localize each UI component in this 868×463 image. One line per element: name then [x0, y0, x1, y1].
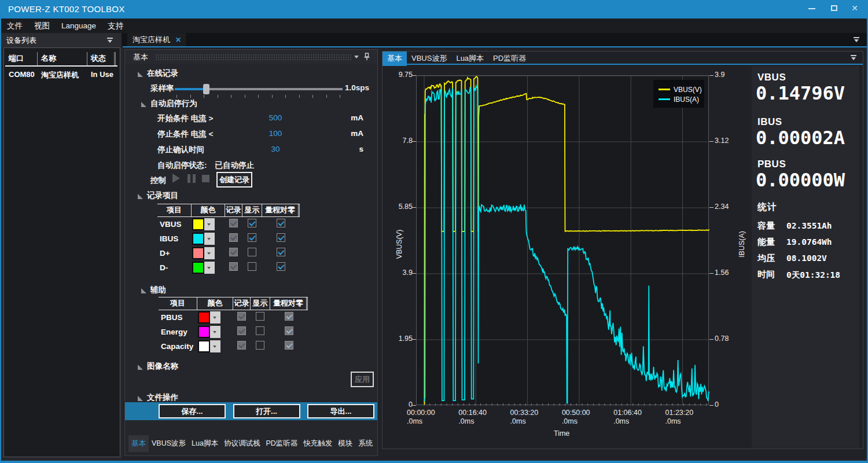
color-swatch[interactable] [192, 247, 204, 259]
create-record-button[interactable]: 创建记录 [216, 172, 252, 188]
color-dropdown[interactable] [204, 218, 215, 230]
settings-tab-基本[interactable]: 基本 [128, 435, 149, 452]
condition-value[interactable]: 100 [229, 129, 322, 138]
play-icon[interactable] [172, 174, 180, 183]
zero-checkbox[interactable] [277, 233, 285, 242]
record-checkbox[interactable] [237, 326, 246, 335]
color-swatch[interactable] [198, 326, 210, 338]
record-checkbox[interactable] [229, 262, 238, 271]
record-checkbox[interactable] [229, 233, 238, 242]
show-checkbox[interactable] [248, 219, 256, 227]
device-cell: In Use [87, 67, 116, 82]
settings-tab-协议调试栈[interactable]: 协议调试栈 [221, 435, 263, 452]
items-row: PBUS [159, 310, 308, 325]
color-swatch[interactable] [198, 311, 210, 324]
stat-label-能量: 能量 [757, 237, 775, 248]
device-row[interactable]: COM80淘宝店样机In Use [5, 67, 117, 82]
color-dropdown[interactable] [204, 247, 215, 259]
items-row: Capacity [159, 339, 308, 354]
apply-button[interactable]: 应用 [351, 372, 374, 387]
document-tab[interactable]: 淘宝店样机✕ [127, 33, 186, 46]
section-record-items[interactable]: 记录项目 [138, 190, 178, 201]
zero-checkbox[interactable] [277, 219, 285, 227]
menu-item-支持[interactable]: 支持 [102, 19, 129, 34]
settings-panel-header[interactable]: 基本 [125, 50, 377, 64]
file-button-2[interactable]: 导出... [307, 404, 374, 418]
readout-label-VBUS: VBUS [757, 72, 786, 83]
color-cell [197, 311, 233, 324]
color-dropdown[interactable] [204, 233, 215, 245]
autostop-status-value: 已自动停止 [215, 161, 255, 170]
app-window: POWER-Z KT002 TOOLBOX ✕ 文件视图Language支持 设… [0, 0, 868, 463]
legend-line [659, 89, 670, 90]
stop-icon[interactable] [202, 175, 209, 182]
readout-label-PBUS: PBUS [757, 159, 786, 170]
pin-icon[interactable] [363, 53, 370, 61]
aux-items-table: 项目颜色记录显示量程对零PBUSEnergyCapacity [159, 297, 308, 354]
record-checkbox[interactable] [237, 341, 246, 350]
color-swatch[interactable] [192, 218, 204, 230]
y-right-tick: 3.9 [715, 71, 724, 79]
slider-thumb[interactable] [203, 84, 209, 94]
y-right-tick: 0 [715, 400, 719, 409]
color-swatch[interactable] [198, 340, 210, 352]
settings-tab-快充触发[interactable]: 快充触发 [300, 435, 335, 452]
condition-value[interactable]: 500 [229, 113, 322, 122]
record-checkbox[interactable] [229, 248, 238, 256]
condition-unit: mA [330, 129, 363, 138]
color-dropdown[interactable] [204, 262, 215, 274]
window-list-icon[interactable] [106, 38, 113, 43]
y-right-tick: 2.34 [715, 203, 729, 211]
show-checkbox[interactable] [248, 262, 256, 271]
items-col-header: 量程对零 [262, 204, 300, 216]
zero-checkbox[interactable] [277, 248, 285, 256]
record-checkbox[interactable] [229, 219, 238, 227]
device-col-header: 端口 [5, 52, 38, 65]
settings-tab-系统[interactable]: 系统 [355, 435, 376, 452]
zero-checkbox[interactable] [285, 312, 293, 321]
file-button-1[interactable]: 打开... [233, 404, 300, 418]
menu-item-文件[interactable]: 文件 [1, 19, 28, 34]
settings-tab-PD监听器[interactable]: PD监听器 [263, 435, 300, 452]
sample-rate-slider[interactable] [175, 86, 343, 93]
section-auto-startstop[interactable]: 自动启停行为 [141, 98, 197, 109]
show-checkbox[interactable] [256, 341, 264, 350]
show-checkbox[interactable] [248, 233, 256, 242]
tick [218, 95, 218, 98]
show-checkbox[interactable] [248, 248, 256, 256]
pause-icon[interactable] [187, 174, 196, 185]
section-image-name[interactable]: 图像名称 [138, 361, 178, 372]
settings-tab-Lua脚本[interactable]: Lua脚本 [189, 435, 221, 452]
chart-tab-overflow-icon[interactable] [850, 55, 857, 60]
section-online-record[interactable]: 在线记录 [138, 68, 178, 79]
panel-dropdown-icon[interactable] [354, 56, 359, 58]
stat-value-能量: 19.0764Wh [786, 237, 832, 247]
zero-checkbox[interactable] [277, 262, 285, 271]
show-checkbox[interactable] [256, 312, 264, 321]
condition-value[interactable]: 30 [229, 145, 322, 153]
item-name: Capacity [159, 342, 197, 351]
color-dropdown[interactable] [210, 340, 220, 352]
show-checkbox[interactable] [256, 326, 264, 335]
zero-checkbox[interactable] [285, 326, 293, 335]
items-row: D- [157, 260, 300, 275]
menu-item-Language[interactable]: Language [56, 19, 102, 32]
settings-tab-VBUS波形[interactable]: VBUS波形 [149, 435, 189, 452]
tab-close-icon[interactable]: ✕ [175, 36, 181, 44]
device-table: 端口名称状态 COM80淘宝店样机In Use [5, 52, 117, 82]
y-left-tick: 7.8 [403, 137, 413, 145]
settings-tab-模块[interactable]: 模块 [335, 435, 355, 452]
record-checkbox[interactable] [237, 312, 246, 321]
color-swatch[interactable] [192, 262, 204, 274]
color-swatch[interactable] [192, 233, 204, 245]
stat-value-均压: 08.1002V [786, 253, 827, 263]
plot-area[interactable]: VBUS(V)IBUS(A) [416, 75, 709, 405]
file-button-0[interactable]: 保存... [159, 404, 226, 418]
menu-item-视图[interactable]: 视图 [28, 19, 56, 34]
tick-dash [412, 141, 416, 142]
color-dropdown[interactable] [210, 311, 220, 324]
color-dropdown[interactable] [210, 326, 220, 338]
section-aux[interactable]: 辅助 [141, 285, 166, 296]
tab-overflow-icon[interactable] [853, 37, 860, 42]
zero-checkbox[interactable] [285, 341, 293, 350]
